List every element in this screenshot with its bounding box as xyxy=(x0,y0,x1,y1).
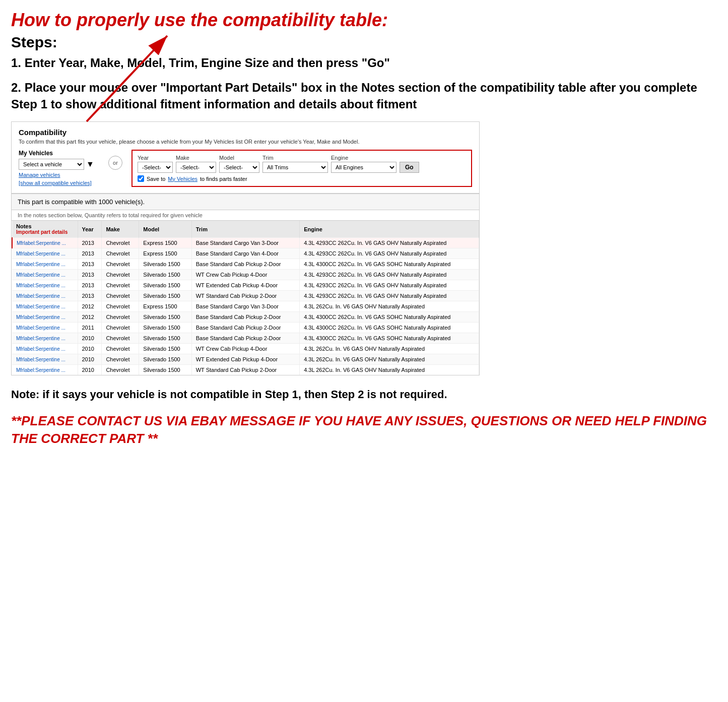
cell-notes: Mfrlabel:Serpentine ... xyxy=(12,248,78,259)
model-field: Model -Select- xyxy=(219,155,259,173)
trim-field: Trim All Trims xyxy=(262,155,328,173)
cell-engine: 4.3L 262Cu. In. V6 GAS OHV Naturally Asp… xyxy=(300,365,479,375)
cell-trim: Base Standard Cab Pickup 2-Door xyxy=(191,323,299,333)
cell-year: 2010 xyxy=(78,354,102,365)
cell-make: Chevrolet xyxy=(102,312,139,323)
show-all-link[interactable]: [show all compatible vehicles] xyxy=(19,180,99,186)
my-vehicles-link[interactable]: My Vehicles xyxy=(168,176,197,182)
cell-engine: 4.3L 262Cu. In. V6 GAS OHV Naturally Asp… xyxy=(300,344,479,354)
cell-model: Silverado 1500 xyxy=(139,323,191,333)
cell-trim: Base Standard Cargo Van 3-Door xyxy=(191,238,299,248)
cell-year: 2013 xyxy=(78,291,102,301)
cell-trim: Base Standard Cab Pickup 2-Door xyxy=(191,312,299,323)
cell-make: Chevrolet xyxy=(102,323,139,333)
diagram-wrapper: Compatibility To confirm that this part … xyxy=(11,121,480,375)
trim-label: Trim xyxy=(262,155,328,161)
cell-notes: Mfrlabel:Serpentine ... xyxy=(12,291,78,301)
make-field: Make -Select- xyxy=(176,155,216,173)
steps-heading: Steps: xyxy=(11,34,717,51)
go-button[interactable]: Go xyxy=(400,162,419,173)
important-part-details-header: Important part details xyxy=(16,229,74,235)
cell-make: Chevrolet xyxy=(102,291,139,301)
vehicle-select[interactable]: Select a vehicle xyxy=(19,159,84,170)
table-row: Mfrlabel:Serpentine ...2012ChevroletExpr… xyxy=(12,301,479,312)
col-trim: Trim xyxy=(191,221,299,238)
table-row: Mfrlabel:Serpentine ...2013ChevroletSilv… xyxy=(12,291,479,301)
col-engine: Engine xyxy=(300,221,479,238)
compat-desc: To confirm that this part fits your vehi… xyxy=(19,139,472,145)
table-row: Mfrlabel:Serpentine ...2013ChevroletExpr… xyxy=(12,248,479,259)
cell-trim: WT Extended Cab Pickup 4-Door xyxy=(191,354,299,365)
cell-model: Silverado 1500 xyxy=(139,280,191,291)
cell-make: Chevrolet xyxy=(102,238,139,248)
cell-engine: 4.3L 4293CC 262Cu. In. V6 GAS OHV Natura… xyxy=(300,238,479,248)
col-notes: Notes Important part details xyxy=(12,221,78,238)
engine-label: Engine xyxy=(331,155,396,161)
table-row: Mfrlabel:Serpentine ...2013ChevroletExpr… xyxy=(12,238,479,248)
col-model: Model xyxy=(139,221,191,238)
cell-make: Chevrolet xyxy=(102,333,139,344)
engine-select[interactable]: All Engines xyxy=(331,162,396,173)
cell-notes: Mfrlabel:Serpentine ... xyxy=(12,312,78,323)
compatibility-table: Notes Important part details Year Make M… xyxy=(12,221,479,375)
cell-notes: Mfrlabel:Serpentine ... xyxy=(12,259,78,270)
notes-bar: In the notes section below, Quantity ref… xyxy=(12,210,479,221)
make-label: Make xyxy=(176,155,216,161)
cell-year: 2013 xyxy=(78,270,102,280)
cell-notes: Mfrlabel:Serpentine ... xyxy=(12,280,78,291)
cell-make: Chevrolet xyxy=(102,301,139,312)
engine-field: Engine All Engines xyxy=(331,155,396,173)
cell-model: Express 1500 xyxy=(139,248,191,259)
cell-trim: Base Standard Cargo Van 3-Door xyxy=(191,301,299,312)
table-row: Mfrlabel:Serpentine ...2011ChevroletSilv… xyxy=(12,323,479,333)
compat-title: Compatibility xyxy=(19,128,472,137)
or-divider: or xyxy=(108,156,122,170)
cell-trim: Base Standard Cab Pickup 2-Door xyxy=(191,333,299,344)
cell-engine: 4.3L 4300CC 262Cu. In. V6 GAS SOHC Natur… xyxy=(300,312,479,323)
cell-notes: Mfrlabel:Serpentine ... xyxy=(12,301,78,312)
cell-year: 2013 xyxy=(78,248,102,259)
cell-year: 2013 xyxy=(78,259,102,270)
table-row: Mfrlabel:Serpentine ...2010ChevroletSilv… xyxy=(12,333,479,344)
cell-year: 2010 xyxy=(78,365,102,375)
save-checkbox-row: Save to My Vehicles to finds parts faste… xyxy=(138,175,466,182)
cell-make: Chevrolet xyxy=(102,280,139,291)
cell-engine: 4.3L 4300CC 262Cu. In. V6 GAS SOHC Natur… xyxy=(300,259,479,270)
main-title: How to properly use the compatibility ta… xyxy=(11,9,717,31)
cell-engine: 4.3L 4293CC 262Cu. In. V6 GAS OHV Natura… xyxy=(300,280,479,291)
cell-engine: 4.3L 4293CC 262Cu. In. V6 GAS OHV Natura… xyxy=(300,291,479,301)
cell-model: Silverado 1500 xyxy=(139,365,191,375)
cell-notes: Mfrlabel:Serpentine ... xyxy=(12,238,78,248)
cell-year: 2010 xyxy=(78,333,102,344)
cell-notes: Mfrlabel:Serpentine ... xyxy=(12,344,78,354)
col-year: Year xyxy=(78,221,102,238)
cell-engine: 4.3L 262Cu. In. V6 GAS OHV Naturally Asp… xyxy=(300,301,479,312)
make-select[interactable]: -Select- xyxy=(176,162,216,173)
cell-year: 2012 xyxy=(78,301,102,312)
trim-select[interactable]: All Trims xyxy=(262,162,328,173)
table-row: Mfrlabel:Serpentine ...2013ChevroletSilv… xyxy=(12,259,479,270)
cell-make: Chevrolet xyxy=(102,365,139,375)
cell-model: Express 1500 xyxy=(139,238,191,248)
manage-vehicles-link[interactable]: Manage vehicles xyxy=(19,172,99,178)
step1-text: 1. Enter Year, Make, Model, Trim, Engine… xyxy=(11,55,717,71)
table-row: Mfrlabel:Serpentine ...2013ChevroletSilv… xyxy=(12,270,479,280)
cell-model: Silverado 1500 xyxy=(139,270,191,280)
cell-year: 2013 xyxy=(78,238,102,248)
save-checkbox[interactable] xyxy=(138,175,144,182)
cell-trim: WT Crew Cab Pickup 4-Door xyxy=(191,270,299,280)
cell-engine: 4.3L 262Cu. In. V6 GAS OHV Naturally Asp… xyxy=(300,354,479,365)
compatibility-widget: Compatibility To confirm that this part … xyxy=(11,121,480,194)
cell-engine: 4.3L 4293CC 262Cu. In. V6 GAS OHV Natura… xyxy=(300,248,479,259)
year-field: Year -Select- xyxy=(138,155,173,173)
my-vehicles-label: My Vehicles xyxy=(19,150,99,157)
col-make: Make xyxy=(102,221,139,238)
model-label: Model xyxy=(219,155,259,161)
table-row: Mfrlabel:Serpentine ...2010ChevroletSilv… xyxy=(12,354,479,365)
cell-make: Chevrolet xyxy=(102,344,139,354)
my-vehicles-section: My Vehicles Select a vehicle ▼ Manage ve… xyxy=(19,150,99,186)
contact-text: **PLEASE CONTACT US VIA EBAY MESSAGE IF … xyxy=(11,412,717,448)
model-select[interactable]: -Select- xyxy=(219,162,259,173)
cell-engine: 4.3L 4300CC 262Cu. In. V6 GAS SOHC Natur… xyxy=(300,333,479,344)
year-select[interactable]: -Select- xyxy=(138,162,173,173)
